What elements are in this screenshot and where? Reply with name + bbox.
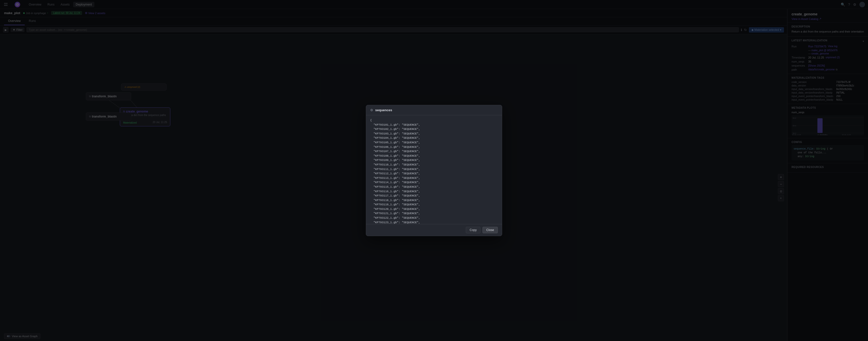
modal-title-text: sequences [375, 108, 392, 112]
modal-header: ⚙ sequences [366, 105, 502, 115]
modal-code: { "KP793101_1.gb": "SEQUENCE", "KP793102… [370, 118, 498, 224]
modal: ⚙ sequences { "KP793101_1.gb": "SEQUENCE… [366, 105, 502, 236]
modal-copy-button[interactable]: Copy [466, 227, 480, 233]
modal-footer: Copy Close [366, 224, 502, 236]
modal-overlay[interactable]: ⚙ sequences { "KP793101_1.gb": "SEQUENCE… [0, 0, 868, 341]
modal-title-icon: ⚙ [370, 108, 373, 112]
modal-body: { "KP793101_1.gb": "SEQUENCE", "KP793102… [366, 115, 502, 224]
modal-close-button[interactable]: Close [483, 227, 498, 233]
